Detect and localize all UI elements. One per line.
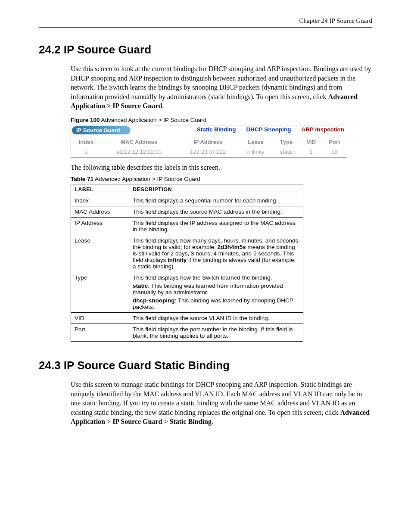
table-header-row: LABEL DESCRIPTION (71, 184, 303, 195)
table-row: Type This field displays how the Switch … (71, 272, 303, 312)
col-index: Index (71, 137, 101, 147)
col-port: Port (322, 137, 347, 147)
para-text: Use this screen to manage static binding… (71, 381, 362, 416)
desc-bold: infinity (168, 257, 187, 263)
figure-label-bold: Figure 100 (71, 117, 100, 123)
row-label: VID (71, 312, 129, 324)
desc-bold: static (133, 283, 148, 289)
table-intro-text: The following table describes the labels… (71, 164, 372, 171)
para-text-end: . (212, 418, 213, 425)
table-row: Index This field displays a sequential n… (71, 195, 303, 206)
row-desc: This field displays a sequential number … (129, 195, 303, 206)
cell-port: 18 (322, 147, 347, 157)
row-desc: This field displays the source MAC addre… (129, 206, 303, 217)
desc-bold: 2d3h4m5s (218, 244, 246, 250)
figure-100-caption: Figure 100 Advanced Application > IP Sou… (71, 117, 372, 123)
screenshot-tab-title[interactable]: IP Source Guard (72, 126, 131, 134)
header-label: LABEL (71, 184, 129, 195)
cell-mac: a1:12:12:12:12:01 (101, 147, 177, 157)
table-71: LABEL DESCRIPTION Index This field displ… (71, 184, 303, 342)
cell-ip: 172.23.37.222 (177, 147, 239, 157)
row-desc: This field displays the port number in t… (129, 324, 303, 341)
table-label-rest: Advanced Application > IP Source Guard (93, 176, 200, 182)
link-arp-inspection[interactable]: ARP Inspection (301, 126, 344, 133)
table-header-row: Index MAC Address IP Address Lease Type … (71, 137, 347, 147)
row-label: MAC Address (71, 206, 129, 217)
cell-type: static (273, 147, 300, 157)
section-24-2-heading: 24.2 IP Source Guard (39, 43, 372, 56)
desc-line: This field displays how the Switch learn… (133, 274, 299, 281)
link-static-binding[interactable]: Static Binding (197, 126, 236, 133)
row-desc: This field displays the IP address assig… (129, 217, 303, 235)
table-row: 1 a1:12:12:12:12:01 172.23.37.222 inifin… (71, 147, 347, 157)
table-row: MAC Address This field displays the sour… (71, 206, 303, 217)
cell-lease: inifinity (239, 147, 273, 157)
para-text-end: . (162, 102, 164, 109)
cell-vid: 1 (300, 147, 322, 157)
row-label: Lease (71, 235, 129, 272)
section-24-3-intro: Use this screen to manage static binding… (71, 380, 372, 426)
table-71-caption: Table 71 Advanced Application > IP Sourc… (71, 176, 372, 182)
desc-text: : This binding was learned from informat… (133, 283, 283, 296)
col-lease: Lease (239, 137, 273, 147)
header-description: DESCRIPTION (129, 184, 303, 195)
col-ip: IP Address (177, 137, 239, 147)
cell-index: 1 (71, 147, 101, 157)
desc-bold: dhcp-snooping (133, 297, 174, 304)
table-row: IP Address This field displays the IP ad… (71, 217, 303, 235)
section-24-3-heading: 24.3 IP Source Guard Static Binding (39, 359, 372, 372)
chapter-header: Chapter 24 IP Source Guard (39, 17, 372, 28)
row-label: Port (71, 324, 129, 341)
screenshot-table: Index MAC Address IP Address Lease Type … (71, 137, 347, 157)
table-row: Port This field displays the port number… (71, 324, 303, 341)
figure-100-screenshot: IP Source Guard Static Binding DHCP Snoo… (71, 125, 347, 158)
link-dhcp-snooping[interactable]: DHCP Snooping (246, 126, 291, 133)
table-row: Lease This field displays how many days,… (71, 235, 303, 272)
section-24-2-intro: Use this screen to look at the current b… (71, 64, 372, 111)
row-label: Index (71, 195, 129, 206)
row-desc: This field displays the source VLAN ID i… (129, 312, 303, 324)
col-type: Type (273, 137, 300, 147)
col-vid: VID (300, 137, 322, 147)
row-label: IP Address (71, 217, 129, 235)
row-label: Type (71, 272, 129, 312)
row-desc: This field displays how many days, hours… (129, 235, 303, 272)
col-mac: MAC Address (101, 137, 177, 147)
table-label-bold: Table 71 (71, 176, 93, 182)
figure-label-rest: Advanced Application > IP Source Guard (100, 117, 207, 123)
row-desc: This field displays how the Switch learn… (129, 272, 303, 312)
para-text: Use this screen to look at the current b… (71, 65, 371, 100)
table-row: VID This field displays the source VLAN … (71, 312, 303, 324)
